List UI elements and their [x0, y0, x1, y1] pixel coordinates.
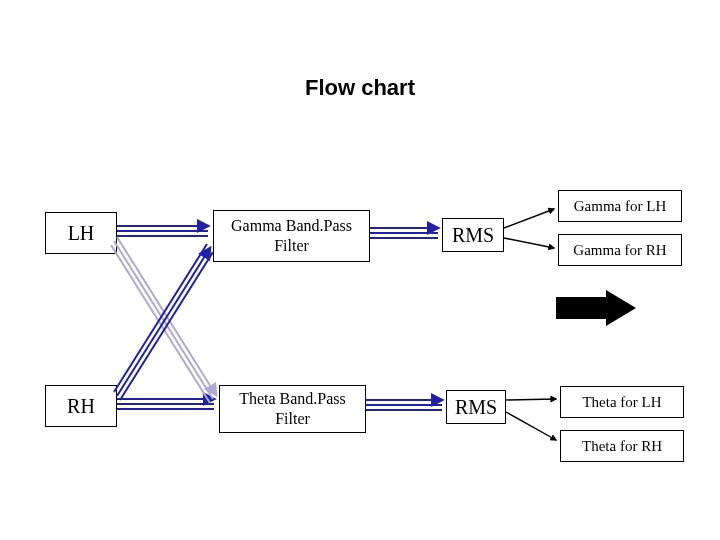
- node-gamma-for-lh-label: Gamma for LH: [574, 197, 666, 216]
- svg-rect-18: [556, 297, 606, 319]
- node-lh: LH: [45, 212, 117, 254]
- block-arrow-icon: [556, 290, 636, 326]
- node-rms-1-label: RMS: [452, 223, 494, 248]
- node-rms-1: RMS: [442, 218, 504, 252]
- node-theta-for-rh-label: Theta for RH: [582, 437, 662, 456]
- node-rms-2-label: RMS: [455, 395, 497, 420]
- arrow-rms1-to-gamma-lh: [504, 209, 554, 228]
- svg-line-9: [117, 248, 210, 396]
- node-gamma-filter-line2: Filter: [274, 236, 309, 256]
- svg-line-11: [120, 252, 213, 400]
- svg-line-7: [114, 241, 213, 399]
- svg-line-6: [117, 237, 216, 395]
- node-gamma-filter: Gamma Band.Pass Filter: [213, 210, 370, 262]
- svg-line-8: [111, 245, 210, 403]
- svg-line-10: [114, 244, 207, 392]
- node-theta-for-lh-label: Theta for LH: [582, 393, 661, 412]
- node-rms-2: RMS: [446, 390, 506, 424]
- node-theta-for-rh: Theta for RH: [560, 430, 684, 462]
- node-gamma-for-lh: Gamma for LH: [558, 190, 682, 222]
- arrow-theta-to-rms: [366, 400, 442, 410]
- node-gamma-filter-line1: Gamma Band.Pass: [231, 216, 352, 236]
- arrow-rh-to-gamma: [114, 244, 213, 400]
- node-theta-for-lh: Theta for LH: [560, 386, 684, 418]
- node-theta-filter-line2: Filter: [275, 409, 310, 429]
- node-theta-filter-line1: Theta Band.Pass: [239, 389, 346, 409]
- arrow-lh-to-theta: [111, 237, 216, 403]
- arrow-rh-to-theta: [117, 399, 214, 409]
- arrow-rms2-to-theta-lh: [506, 399, 556, 400]
- svg-marker-19: [606, 290, 636, 326]
- node-lh-label: LH: [68, 221, 95, 246]
- node-gamma-for-rh: Gamma for RH: [558, 234, 682, 266]
- arrow-gamma-to-rms: [370, 228, 438, 238]
- arrow-lh-to-gamma: [117, 226, 208, 236]
- node-theta-filter: Theta Band.Pass Filter: [219, 385, 366, 433]
- arrow-rms2-to-theta-rh: [506, 412, 556, 440]
- node-gamma-for-rh-label: Gamma for RH: [573, 241, 666, 260]
- page-title: Flow chart: [0, 75, 720, 101]
- node-rh: RH: [45, 385, 117, 427]
- node-rh-label: RH: [67, 394, 95, 419]
- arrow-rms1-to-gamma-rh: [504, 238, 554, 248]
